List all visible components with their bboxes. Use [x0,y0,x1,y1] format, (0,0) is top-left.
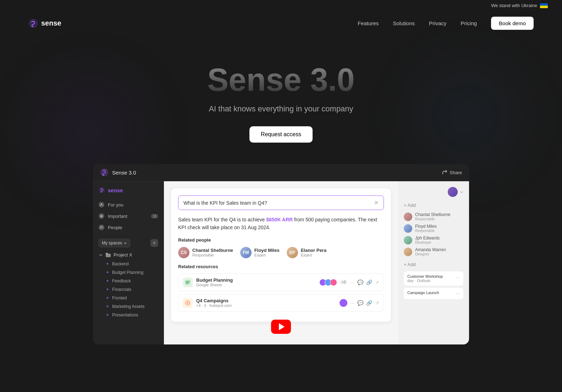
stacked-avatar [330,279,337,286]
kpi-highlight: $650K ARR [266,217,293,222]
sparkle-icon: ✦ [106,313,109,318]
hero-section: Sense 3.0 AI that knows everything in yo… [0,35,562,164]
spaces-label: My spaces [102,241,122,245]
nav-privacy[interactable]: Privacy [429,20,446,26]
resource-budget-planning[interactable]: Budget Planning Google Sheets [178,274,384,291]
avatar-badge-1: +8 [340,280,347,285]
sidebar-item-people[interactable]: People [93,222,164,233]
expand-icon[interactable]: ↗ [375,280,379,285]
search-bar[interactable]: What is the KPI for Sales team in Q4? ✕ [178,195,384,210]
person-icon [99,202,104,208]
hero-subtitle: AI that knows everything in your company [7,104,555,114]
more-icon[interactable]: ··· [350,280,354,285]
person-card-1: CS Chantal Shelburne Responsible [178,247,233,258]
sidebar: sense For you Important 18 [93,181,164,344]
sidebar-sub-financials[interactable]: ✦ Financials [93,285,164,294]
right-person-avatar-2 [404,224,412,233]
sidebar-sub-feedback[interactable]: ✦ Feedback [93,277,164,285]
app-preview: Sense 3.0 Share [93,164,469,344]
right-people-list: Chantal Shelburne Responsible Floyd Mile… [404,212,463,256]
add-button-top[interactable]: + Add [404,203,463,208]
ai-chat-card: What is the KPI for Sales team in Q4? ✕ … [171,188,391,322]
right-person-role-3: Developer [415,241,440,244]
right-events-list: Customer Workshop day · Outlook ··· Camp… [404,271,463,299]
link-icon[interactable]: 🔗 [366,300,372,306]
sub-item-label: Marketing Assets [112,304,144,309]
right-person-1: Chantal Shelburne Responsible [404,212,463,221]
resource-sub-1: Google Sheets [196,283,233,287]
svg-point-5 [101,226,103,227]
nav-brand-text: sense [41,19,61,27]
right-panel: + Add Chantal Shelburne Responsible Floy… [398,181,469,344]
answer-prefix: Sales team KPI for the Q4 is to achieve [178,217,265,222]
avatar-stack-1 [319,279,337,286]
related-people-title: Related people [178,237,384,243]
person-name-2: Floyd Miles [254,248,280,253]
share-label: Share [450,170,462,175]
add-button-bottom[interactable]: + Add [404,262,463,267]
sidebar-logo-icon [99,187,105,193]
close-icon[interactable]: ✕ [374,199,379,206]
comment-icon[interactable]: 💬 [357,300,363,306]
single-avatar [340,299,347,307]
sidebar-people-label: People [108,225,122,230]
link-icon[interactable]: 🔗 [366,280,372,285]
sidebar-item-important[interactable]: Important 18 [93,210,164,222]
add-space-button[interactable]: + [150,239,158,247]
hubspot-icon [183,298,193,308]
sidebar-sub-budget[interactable]: ✦ Budget Planning [93,268,164,277]
related-resources-title: Related resources [178,264,384,269]
app-topbar-left: Sense 3.0 [100,168,136,177]
right-person-name-3: Jph Edwards [415,236,440,241]
resource-name-2: Q4 Campaigns [196,298,232,303]
event-sub-1: day · Outlook [407,278,443,283]
spaces-select[interactable]: My spaces [99,239,130,247]
app-title: Sense 3.0 [112,170,136,176]
event-more-icon-2[interactable]: ··· [456,291,460,296]
sidebar-sub-marketing[interactable]: ✦ Marketing Assets [93,302,164,311]
more-icon[interactable]: ··· [350,300,354,306]
resource-q4-campaigns[interactable]: Q4 Campaigns +4 · 3 · hubspot.com ··· 💬 … [178,294,384,312]
right-person-avatar-1 [404,212,412,221]
sidebar-sub-presentations[interactable]: ✦ Presentations [93,311,164,319]
right-person-role-2: Responsible [415,229,437,233]
event-more-icon-1[interactable]: ··· [456,274,460,280]
sidebar-logo-row: sense [93,187,164,199]
youtube-play-button[interactable] [271,320,291,334]
expand-icon[interactable]: ↗ [375,300,379,306]
sidebar-sub-fronted[interactable]: ✦ Fronted [93,294,164,302]
sparkle-icon: ✦ [106,296,109,300]
person-card-2: FM Floyd Miles Expert [240,247,280,258]
sense-logo-icon [28,18,38,28]
ukraine-text: We stand with Ukraine [491,3,537,8]
chevron-down-icon [460,190,463,194]
sidebar-item-for-you[interactable]: For you [93,199,164,210]
sidebar-sub-backend[interactable]: ✦ Backend [93,260,164,268]
sub-item-label: Fronted [112,296,127,300]
avatar-elanor: EP [287,247,298,258]
right-add-btn-2-container: + Add [404,262,463,267]
play-icon [279,323,285,330]
nav-pricing[interactable]: Pricing [461,20,477,26]
right-person-2: Floyd Miles Responsible [404,224,463,233]
sub-item-label: Budget Planning [112,270,143,275]
event-title-2: Campaign Launch [407,291,439,295]
share-button[interactable]: Share [442,170,462,175]
right-person-3: Jph Edwards Developer [404,236,463,244]
comment-icon[interactable]: 💬 [357,280,363,285]
right-user-row [404,187,463,197]
nav-solutions[interactable]: Solutions [393,20,415,26]
person-name-3: Elanor Pera [301,248,326,253]
request-access-button[interactable]: Request access [249,126,313,143]
chevron-down-icon [99,253,103,257]
person-name-1: Chantal Shelburne [192,248,233,253]
project-x-folder[interactable]: Project X [93,250,164,260]
right-person-name-2: Floyd Miles [415,224,437,229]
star-icon [99,213,104,219]
hero: Sense 3.0 AI that knows everything in yo… [0,35,562,164]
nav-features[interactable]: Features [358,20,379,26]
navbar: sense Features Solutions Privacy Pricing… [0,11,562,35]
book-demo-button[interactable]: Book demo [491,17,534,30]
nav-logo[interactable]: sense [28,18,61,28]
sheets-icon [183,277,193,287]
